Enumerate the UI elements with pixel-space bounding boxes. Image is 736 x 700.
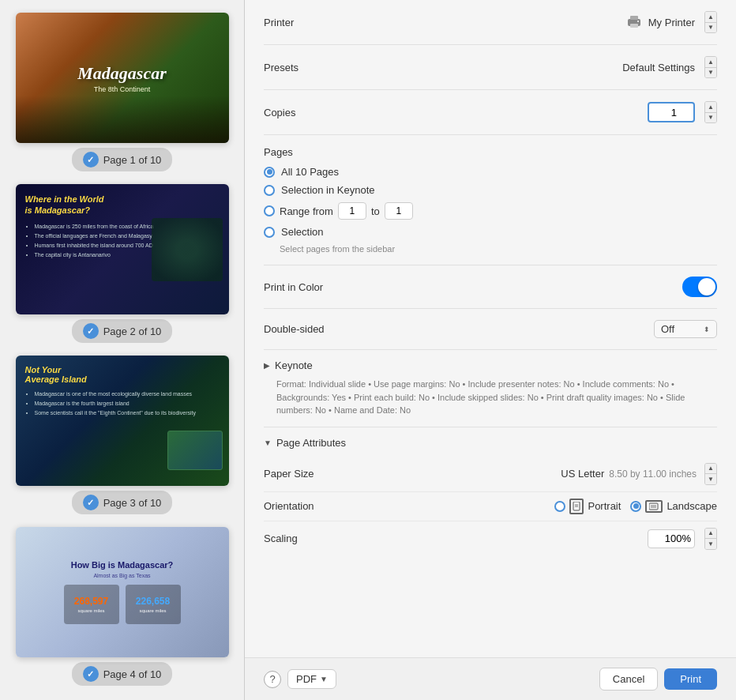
pages-section: Pages All 10 Pages Selection in Keynote … [264, 135, 717, 265]
slide-label-text-3: Page 3 of 10 [103, 497, 162, 509]
keynote-title: Keynote [275, 359, 313, 371]
slide-label-3: Page 3 of 10 [72, 491, 173, 514]
presets-current: Default Settings [622, 62, 695, 73]
paper-size-stepper-up[interactable]: ▲ [705, 464, 716, 475]
keynote-header[interactable]: ▶ Keynote [264, 359, 717, 371]
pages-label: Pages [264, 146, 717, 158]
pages-selection-keynote-radio[interactable] [264, 185, 275, 196]
pages-selection-keynote-label: Selection in Keynote [281, 184, 375, 196]
pdf-label: PDF [296, 673, 317, 685]
paper-size-dims: 8.50 by 11.00 inches [609, 469, 697, 480]
scaling-label: Scaling [264, 533, 298, 544]
printer-stepper[interactable]: ▲ ▼ [704, 11, 717, 33]
slide-label-4: Page 4 of 10 [72, 662, 173, 686]
toggle-knob [698, 278, 715, 295]
slide1-subtitle: The 8th Continent [94, 85, 151, 93]
slide-check-3 [83, 495, 99, 510]
slide-item-1[interactable]: Madagascar The 8th Continent Page 1 of 1… [9, 13, 235, 171]
paper-size-name: US Letter [561, 468, 604, 480]
slide-thumb-2: Where in the Worldis Madagascar? Madagas… [16, 184, 229, 314]
slide-label-text-4: Page 4 of 10 [103, 668, 162, 680]
slide3-title: Not YourAverage Island [25, 365, 220, 384]
svg-rect-1 [630, 16, 638, 20]
presets-stepper[interactable]: ▲ ▼ [704, 56, 717, 78]
page-attr-title: Page Attributes [276, 437, 346, 449]
print-settings-panel: Printer My Printer ▲ ▼ Presets Default S… [245, 0, 736, 700]
orientation-portrait[interactable]: Portrait [554, 499, 621, 514]
scaling-row: Scaling ▲ ▼ [264, 521, 717, 556]
printer-stepper-up[interactable]: ▲ [705, 12, 716, 23]
pages-all-row[interactable]: All 10 Pages [264, 166, 717, 178]
slide4-subtitle: Almost as Big as Texas [93, 573, 150, 578]
slide4-numbers: 268,597 square miles 226,658 square mile… [64, 585, 181, 624]
slide-item-2[interactable]: Where in the Worldis Madagascar? Madagas… [9, 184, 235, 343]
slide-item-3[interactable]: Not YourAverage Island Madagascar is one… [9, 356, 235, 514]
pages-selection-keynote-row[interactable]: Selection in Keynote [264, 184, 717, 196]
double-sided-label: Double-sided [264, 323, 325, 335]
paper-size-label: Paper Size [264, 468, 314, 480]
slide2-title: Where in the Worldis Madagascar? [25, 194, 220, 216]
scaling-stepper-up[interactable]: ▲ [705, 529, 716, 540]
slide3-bullets: Madagascar is one of the most ecological… [25, 390, 220, 419]
slide-thumb-3: Not YourAverage Island Madagascar is one… [16, 356, 229, 486]
landscape-radio[interactable] [630, 501, 641, 512]
presets-stepper-down[interactable]: ▼ [705, 68, 716, 78]
page-attr-arrow: ▼ [264, 438, 272, 447]
footer: ? PDF ▼ Cancel Print [245, 657, 736, 700]
slide-thumb-4: How Big is Madagascar? Almost as Big as … [16, 527, 229, 657]
portrait-icon [569, 499, 584, 514]
double-sided-row: Double-sided Off ⬍ [264, 309, 717, 350]
slide-item-4[interactable]: How Big is Madagascar? Almost as Big as … [9, 527, 235, 686]
landscape-label: Landscape [667, 500, 717, 512]
orientation-landscape[interactable]: Landscape [630, 500, 717, 513]
pages-all-radio[interactable] [264, 167, 275, 178]
printer-value: My Printer ▲ ▼ [626, 11, 717, 33]
help-button[interactable]: ? [264, 671, 281, 688]
presets-stepper-up[interactable]: ▲ [705, 57, 716, 68]
pages-selection-radio[interactable] [264, 227, 275, 238]
slide3-image [167, 431, 223, 470]
slide-label-2: Page 2 of 10 [72, 319, 173, 343]
portrait-radio[interactable] [554, 501, 565, 512]
slide-check-2 [83, 323, 99, 339]
slide-thumb-1: Madagascar The 8th Continent [16, 13, 229, 143]
paper-size-value: US Letter 8.50 by 11.00 inches ▲ ▼ [561, 463, 717, 485]
slide1-title: Madagascar [77, 63, 166, 84]
slide4-title: How Big is Madagascar? [71, 560, 174, 570]
svg-rect-4 [573, 502, 580, 510]
pages-range-radio[interactable] [264, 205, 275, 216]
print-color-toggle[interactable] [682, 277, 717, 297]
copies-input[interactable] [648, 102, 695, 122]
printer-icon [626, 15, 642, 29]
pages-all-label: All 10 Pages [281, 166, 339, 178]
printer-stepper-down[interactable]: ▼ [705, 23, 716, 33]
scaling-value: ▲ ▼ [648, 528, 717, 550]
svg-rect-2 [630, 24, 638, 28]
print-button[interactable]: Print [664, 668, 717, 690]
scaling-stepper[interactable]: ▲ ▼ [704, 528, 717, 550]
settings-area: Printer My Printer ▲ ▼ Presets Default S… [245, 0, 736, 657]
print-color-label: Print in Color [264, 281, 323, 293]
copies-stepper-up[interactable]: ▲ [705, 102, 716, 113]
keynote-section: ▶ Keynote Format: Individual slide • Use… [264, 350, 717, 427]
slide-label-1: Page 1 of 10 [72, 148, 173, 171]
slide-label-text-1: Page 1 of 10 [103, 154, 162, 166]
double-sided-dropdown[interactable]: Off ⬍ [654, 320, 717, 338]
slide-label-text-2: Page 2 of 10 [103, 326, 162, 337]
copies-stepper[interactable]: ▲ ▼ [704, 101, 717, 123]
portrait-label: Portrait [588, 500, 621, 512]
cancel-button[interactable]: Cancel [599, 668, 658, 691]
paper-size-stepper[interactable]: ▲ ▼ [704, 463, 717, 485]
copies-value: ▲ ▼ [648, 101, 717, 123]
pages-selection-row[interactable]: Selection [264, 226, 717, 238]
range-to-label: to [371, 205, 380, 217]
scaling-stepper-down[interactable]: ▼ [705, 539, 716, 549]
range-from-input[interactable] [338, 202, 366, 220]
scaling-input[interactable] [648, 529, 695, 548]
page-attr-header[interactable]: ▼ Page Attributes [264, 437, 717, 449]
print-color-row: Print in Color [264, 265, 717, 309]
paper-size-stepper-down[interactable]: ▼ [705, 474, 716, 484]
copies-stepper-down[interactable]: ▼ [705, 113, 716, 123]
pdf-button[interactable]: PDF ▼ [287, 669, 336, 689]
range-to-input[interactable] [385, 202, 413, 220]
